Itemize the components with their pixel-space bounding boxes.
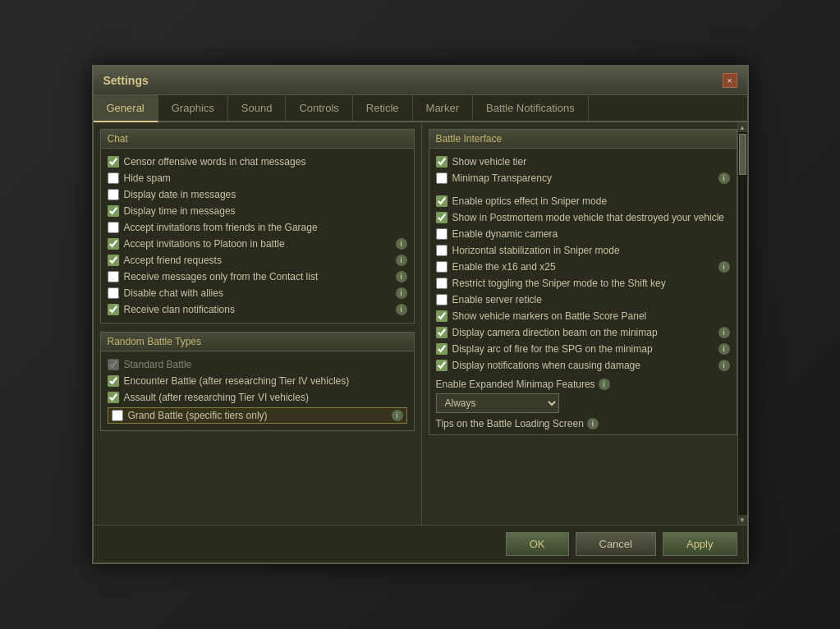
list-item: Enable optics effect in Sniper mode bbox=[436, 193, 730, 209]
scrollbar-thumb[interactable] bbox=[739, 134, 746, 175]
list-item: Horizontal stabilization in Sniper mode bbox=[436, 242, 730, 259]
cancel-button[interactable]: Cancel bbox=[576, 532, 656, 556]
display-notifications-damage-checkbox[interactable] bbox=[436, 360, 448, 371]
list-item: Receive messages only from the Contact l… bbox=[108, 269, 407, 285]
tab-battle-notifications[interactable]: Battle Notifications bbox=[473, 95, 589, 121]
info-icon[interactable]: i bbox=[718, 360, 730, 371]
list-item: Show vehicle markers on Battle Score Pan… bbox=[436, 308, 730, 324]
tab-reticle[interactable]: Reticle bbox=[353, 95, 413, 121]
info-icon[interactable]: i bbox=[396, 238, 407, 250]
info-icon[interactable]: i bbox=[396, 304, 407, 315]
minimap-transparency-checkbox[interactable] bbox=[436, 172, 448, 184]
grand-battle-checkbox[interactable] bbox=[112, 410, 123, 421]
battle-interface-content: Show vehicle tier Minimap Transparency i… bbox=[429, 149, 737, 434]
display-arc-fire-checkbox[interactable] bbox=[436, 343, 448, 355]
show-vehicle-tier-checkbox[interactable] bbox=[436, 156, 448, 168]
receive-contact-only-checkbox[interactable] bbox=[108, 271, 119, 282]
accept-friend-requests-checkbox[interactable] bbox=[108, 255, 119, 266]
show-vehicle-markers-label: Show vehicle markers on Battle Score Pan… bbox=[452, 310, 730, 322]
show-postmortem-label: Show in Postmortem mode vehicle that des… bbox=[452, 212, 730, 223]
encounter-battle-checkbox[interactable] bbox=[108, 375, 119, 387]
assault-checkbox[interactable] bbox=[108, 392, 119, 403]
ok-button[interactable]: OK bbox=[506, 532, 569, 556]
info-icon[interactable]: i bbox=[718, 172, 730, 184]
enable-server-reticle-label: Enable server reticle bbox=[452, 294, 730, 305]
receive-contact-only-label: Receive messages only from the Contact l… bbox=[124, 271, 392, 282]
list-item: Display arc of fire for the SPG on the m… bbox=[436, 341, 730, 357]
accept-friends-garage-label: Accept invitations from friends in the G… bbox=[124, 222, 407, 233]
disable-chat-allies-checkbox[interactable] bbox=[108, 287, 119, 299]
info-icon[interactable]: i bbox=[718, 327, 730, 338]
display-arc-fire-label: Display arc of fire for the SPG on the m… bbox=[452, 343, 715, 355]
receive-clan-checkbox[interactable] bbox=[108, 304, 119, 315]
horizontal-stabilization-label: Horizontal stabilization in Sniper mode bbox=[452, 245, 730, 256]
info-icon[interactable]: i bbox=[396, 271, 407, 282]
enable-dynamic-camera-label: Enable dynamic camera bbox=[452, 228, 730, 240]
info-icon[interactable]: i bbox=[396, 287, 407, 299]
enable-x16-checkbox[interactable] bbox=[436, 261, 448, 273]
display-time-checkbox[interactable] bbox=[108, 205, 119, 217]
info-icon[interactable]: i bbox=[718, 261, 730, 273]
list-item: Display notifications when causing damag… bbox=[436, 357, 730, 374]
censor-label: Censor offensive words in chat messages bbox=[124, 156, 407, 168]
censor-checkbox[interactable] bbox=[108, 156, 119, 168]
dialog-body: Chat Censor offensive words in chat mess… bbox=[94, 122, 747, 525]
list-item: Minimap Transparency i bbox=[436, 170, 730, 186]
tab-sound[interactable]: Sound bbox=[228, 95, 287, 121]
display-date-label: Display date in messages bbox=[124, 189, 407, 200]
expanded-minimap-container: Enable Expanded Minimap Features i Alway… bbox=[436, 379, 730, 413]
accept-friends-garage-checkbox[interactable] bbox=[108, 222, 119, 233]
random-battle-content: Standard Battle Encounter Battle (after … bbox=[101, 351, 414, 430]
scrollbar-arrow-down[interactable]: ▼ bbox=[738, 515, 747, 525]
info-icon[interactable]: i bbox=[587, 418, 599, 429]
display-time-label: Display time in messages bbox=[124, 205, 407, 217]
scrollbar-arrow-up[interactable]: ▲ bbox=[738, 122, 747, 132]
info-icon[interactable]: i bbox=[718, 343, 730, 355]
tab-controls[interactable]: Controls bbox=[286, 95, 352, 121]
accept-platoon-checkbox[interactable] bbox=[108, 238, 119, 250]
enable-server-reticle-checkbox[interactable] bbox=[436, 294, 448, 305]
expanded-minimap-dropdown[interactable]: Always Never In Battle bbox=[436, 393, 559, 413]
enable-x16-label: Enable the x16 and x25 bbox=[452, 261, 715, 273]
minimap-transparency-label: Minimap Transparency bbox=[452, 172, 715, 184]
tab-marker[interactable]: Marker bbox=[413, 95, 473, 121]
tab-general[interactable]: General bbox=[94, 95, 158, 122]
assault-label: Assault (after researching Tier VI vehic… bbox=[124, 392, 407, 403]
enable-dynamic-camera-checkbox[interactable] bbox=[436, 228, 448, 240]
list-item: Standard Battle bbox=[108, 356, 407, 373]
hide-spam-checkbox[interactable] bbox=[108, 172, 119, 184]
info-icon[interactable]: i bbox=[599, 379, 610, 390]
info-icon[interactable]: i bbox=[392, 410, 403, 421]
tab-graphics[interactable]: Graphics bbox=[158, 95, 228, 121]
show-postmortem-checkbox[interactable] bbox=[436, 212, 448, 223]
display-notifications-damage-label: Display notifications when causing damag… bbox=[452, 360, 715, 371]
standard-battle-checkbox[interactable] bbox=[108, 359, 119, 370]
accept-platoon-label: Accept invitations to Platoon in battle bbox=[124, 238, 392, 250]
restrict-sniper-checkbox[interactable] bbox=[436, 278, 448, 289]
list-item: Assault (after researching Tier VI vehic… bbox=[108, 389, 407, 406]
panel-right: Battle Interface Show vehicle tier Minim… bbox=[422, 122, 747, 525]
info-icon[interactable]: i bbox=[396, 255, 407, 266]
apply-button[interactable]: Apply bbox=[663, 532, 737, 556]
list-item: Display camera direction beam on the min… bbox=[436, 324, 730, 341]
random-battle-section: Random Battle Types Standard Battle Enco… bbox=[100, 332, 415, 431]
show-vehicle-tier-label: Show vehicle tier bbox=[452, 156, 730, 168]
settings-dialog: Settings × General Graphics Sound Contro… bbox=[92, 65, 749, 564]
tab-bar: General Graphics Sound Controls Reticle … bbox=[94, 95, 747, 122]
random-battle-section-title: Random Battle Types bbox=[101, 333, 414, 351]
horizontal-stabilization-checkbox[interactable] bbox=[436, 245, 448, 256]
chat-section-title: Chat bbox=[101, 130, 414, 149]
chat-section-content: Censor offensive words in chat messages … bbox=[101, 149, 414, 323]
enable-optics-checkbox[interactable] bbox=[436, 195, 448, 207]
list-item: Enable dynamic camera bbox=[436, 226, 730, 242]
list-item: Hide spam bbox=[108, 170, 407, 186]
close-button[interactable]: × bbox=[723, 73, 737, 88]
display-camera-direction-checkbox[interactable] bbox=[436, 327, 448, 338]
panel-left: Chat Censor offensive words in chat mess… bbox=[94, 122, 422, 525]
show-vehicle-markers-checkbox[interactable] bbox=[436, 310, 448, 322]
display-date-checkbox[interactable] bbox=[108, 189, 119, 200]
standard-battle-label: Standard Battle bbox=[124, 359, 407, 370]
list-item: Show in Postmortem mode vehicle that des… bbox=[436, 209, 730, 226]
enable-optics-label: Enable optics effect in Sniper mode bbox=[452, 195, 730, 207]
accept-friend-requests-label: Accept friend requests bbox=[124, 255, 392, 266]
